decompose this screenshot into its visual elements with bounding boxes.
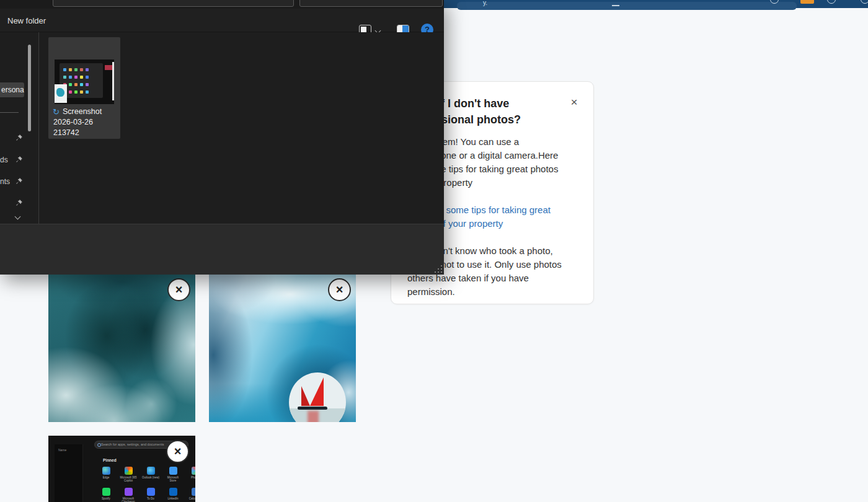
pin-icon: [15, 134, 23, 142]
sidebar-item-label: ds: [0, 156, 8, 164]
thumbnail-scrollbar: [112, 62, 114, 100]
close-icon[interactable]: ×: [567, 95, 581, 109]
sailboat-jib: [301, 386, 310, 406]
dialog-main-area: ersona ds nts: [0, 32, 444, 224]
sailboat-hull: [298, 407, 327, 410]
app-label: LinkedIn: [164, 497, 182, 500]
app-label: To Do: [141, 497, 160, 500]
file-thumbnail: [55, 59, 114, 104]
uploaded-photo-start-menu-screenshot: Name Search for apps, settings, and docu…: [48, 436, 195, 502]
pin-icon: [15, 177, 23, 185]
photos-icon: [192, 467, 196, 475]
settings-icon[interactable]: [827, 0, 836, 4]
pin-icon: [15, 156, 23, 164]
copilot-icon: [125, 467, 133, 475]
sidebar-item-documents[interactable]: nts: [0, 176, 38, 187]
outlook-icon: [147, 467, 155, 475]
dialog-top-strip: [0, 0, 444, 9]
app-tile-linkedin: LinkedIn: [164, 488, 182, 500]
file-open-dialog: New folder ? ersona ds nts: [0, 0, 444, 275]
app-tile-edge: Edge: [97, 467, 115, 479]
remove-photo-button[interactable]: ×: [328, 278, 351, 301]
app-tile-spotify: Spotify: [97, 488, 115, 500]
nav-pane-divider: [38, 32, 39, 224]
file-item-screenshot[interactable]: ↻ Screenshot 2026-03-26 213742: [48, 37, 120, 139]
app-label: Microsoft 365 Copilot: [119, 476, 138, 482]
address-text-dash: [612, 5, 619, 6]
sidebar-item-pinned-2[interactable]: [0, 198, 38, 209]
clipchamp-icon: [125, 488, 133, 496]
onedrive-sync-icon: ↻: [53, 107, 60, 117]
screenshot-side-panel: Name: [55, 444, 83, 502]
app-label: Microsoft Clipchamp: [119, 497, 138, 502]
remove-photo-button[interactable]: ×: [167, 278, 190, 301]
remove-photo-button[interactable]: ×: [166, 440, 189, 463]
extension-orange-icon[interactable]: [800, 0, 814, 4]
app-tile-outlook: Outlook (new): [141, 467, 160, 479]
file-name-text: ↻ Screenshot 2026-03-26 213742: [53, 107, 117, 138]
app-tile-clipchamp: Microsoft Clipchamp: [119, 488, 138, 502]
uploaded-photo-iceberg: ×: [209, 273, 356, 422]
sailboat-reflection: [308, 411, 319, 422]
app-tile-calculator: Calculator: [186, 488, 195, 500]
sidebar-item-downloads[interactable]: ds: [0, 154, 38, 165]
resize-grip[interactable]: [435, 265, 443, 273]
new-folder-button[interactable]: New folder: [4, 14, 50, 29]
sidebar-scrollbar[interactable]: [28, 45, 31, 131]
dialog-toolbar: New folder ?: [0, 9, 444, 32]
app-label: Edge: [97, 476, 115, 479]
app-tile-copilot: Microsoft 365 Copilot: [119, 467, 138, 482]
sailboat-sail: [310, 377, 324, 406]
app-label: Microsoft Store: [164, 476, 182, 482]
app-label: Spotify: [97, 497, 115, 500]
sidebar-item-personal[interactable]: ersona: [0, 82, 24, 97]
microsoft-store-icon: [169, 467, 177, 475]
app-tile-store: Microsoft Store: [164, 467, 182, 482]
app-label: Outlook (new): [141, 476, 160, 479]
spotify-icon: [102, 488, 110, 496]
dialog-footer: File name: Custom files Upload from mobi…: [0, 224, 444, 275]
screenshot-pinned-label: Pinned: [103, 458, 117, 462]
linkedin-icon: [169, 488, 177, 496]
app-tile-todo: To Do: [141, 488, 160, 500]
browser-address-bar[interactable]: y.: [457, 2, 797, 10]
dialog-search-input[interactable]: [299, 0, 443, 7]
sidebar-item-label: nts: [0, 177, 10, 186]
iceberg-arch-opening: [289, 372, 346, 422]
sidebar-scroll-down-icon[interactable]: [15, 214, 21, 220]
sidebar-item-pinned-1[interactable]: [0, 133, 38, 144]
app-label: Calculator: [186, 497, 195, 500]
uploaded-photo-aerial: ×: [48, 273, 195, 422]
todo-icon: [147, 488, 155, 496]
edge-icon: [102, 467, 110, 475]
app-tile-photos: Photos: [186, 467, 195, 479]
dialog-address-bar[interactable]: [53, 0, 294, 7]
pin-icon: [15, 199, 23, 207]
calculator-icon: [192, 488, 196, 496]
browser-menu-icon[interactable]: [861, 0, 868, 4]
thumbnail-image-card: [55, 84, 67, 103]
address-text-fragment: y.: [483, 0, 487, 6]
app-label: Photos: [186, 476, 195, 479]
thumbnail-red-tile: [105, 65, 112, 70]
sidebar-divider: [0, 112, 19, 113]
